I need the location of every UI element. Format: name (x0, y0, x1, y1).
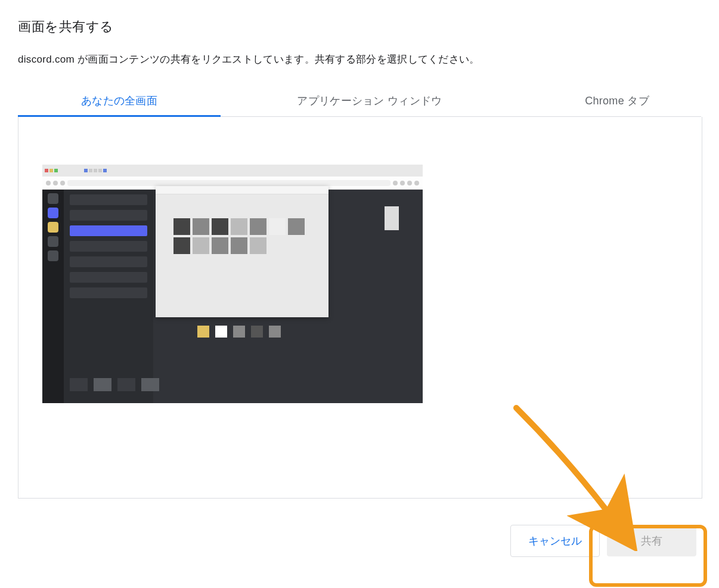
tab-label: アプリケーション ウィンドウ (297, 95, 442, 107)
thumbnail-right-panel (385, 206, 399, 230)
dialog-footer: キャンセル 共有 (18, 499, 701, 557)
screen-share-dialog: 画面を共有する discord.com が画面コンテンツの共有をリクエストしてい… (0, 0, 719, 557)
cancel-button[interactable]: キャンセル (510, 525, 600, 557)
tab-entire-screen[interactable]: あなたの全画面 (18, 85, 221, 116)
thumbnail-nested-dialog (156, 186, 328, 317)
tab-label: あなたの全画面 (81, 95, 157, 107)
tab-application-window[interactable]: アプリケーション ウィンドウ (221, 85, 519, 116)
share-source-panel (18, 117, 702, 499)
thumbnail-channels (64, 190, 153, 403)
tab-chrome-tab[interactable]: Chrome タブ (519, 85, 715, 116)
thumbnail-browser-tabs (42, 165, 423, 177)
thumbnail-sidebar (42, 190, 64, 403)
tab-label: Chrome タブ (585, 95, 649, 107)
dialog-title: 画面を共有する (18, 18, 701, 36)
share-button[interactable]: 共有 (607, 525, 696, 556)
share-source-tabs: あなたの全画面 アプリケーション ウィンドウ Chrome タブ (18, 85, 701, 117)
thumbnail-icon-row (197, 326, 281, 338)
thumbnail-bottom-row (70, 378, 159, 391)
screen-thumbnail[interactable] (42, 165, 423, 403)
dialog-description: discord.com が画面コンテンツの共有をリクエストしています。共有する部… (18, 52, 701, 66)
